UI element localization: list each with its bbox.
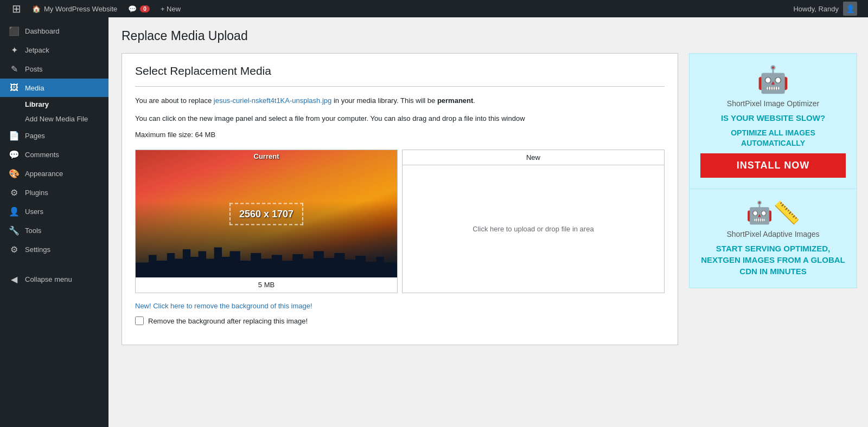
sidebar-label-appearance: Appearance	[25, 170, 63, 178]
ad-shortpixel-optimizer: 🤖 ShortPixel Image Optimizer IS YOUR WEB…	[689, 53, 857, 189]
cityscape-silhouette	[136, 240, 397, 277]
media-icon: 🖼	[9, 83, 20, 93]
sidebar-label-comments: Comments	[25, 151, 59, 159]
comments-button[interactable]: 💬 0	[123, 0, 155, 17]
appearance-icon: 🎨	[9, 169, 20, 179]
plugins-icon: ⚙	[9, 187, 20, 198]
sidebar-item-collapse[interactable]: ◀ Collapse menu	[0, 270, 108, 289]
collapse-icon: ◀	[9, 274, 20, 284]
image-panels: Current 2560 x 1707 5 MB New Click here …	[135, 150, 665, 293]
remove-bg-checkbox-label: Remove the background after replacing th…	[148, 317, 308, 325]
current-image: 2560 x 1707	[136, 150, 397, 277]
admin-bar: ⊞ 🏠 My WordPress Website 💬 0 + New Howdy…	[0, 0, 868, 17]
jetpack-icon: ✦	[9, 45, 20, 55]
comments-menu-icon: 💬	[9, 150, 20, 160]
info-paragraph-2: You can click on the new image panel and…	[135, 113, 665, 125]
new-content-button[interactable]: + New	[155, 0, 186, 17]
sidebar-label-pages: Pages	[25, 132, 45, 140]
comments-icon: 💬	[128, 5, 137, 13]
sidebar-subitem-add-new[interactable]: Add New Media File	[0, 112, 108, 126]
sidebar: ⬛ Dashboard ✦ Jetpack ✎ Posts 🖼 Media Li…	[0, 17, 108, 427]
user-avatar: 👤	[843, 2, 857, 16]
card-title: Select Replacement Media	[135, 64, 665, 87]
settings-icon: ⚙	[9, 244, 20, 255]
robot-icon-1: 🤖	[757, 64, 789, 95]
remove-bg-checkbox[interactable]	[135, 316, 144, 325]
remove-background-link[interactable]: New! Click here to remove the background…	[135, 302, 665, 310]
sidebar-item-dashboard[interactable]: ⬛ Dashboard	[0, 22, 108, 41]
dimension-badge: 2560 x 1707	[229, 203, 303, 225]
sidebar-item-media[interactable]: 🖼 Media	[0, 79, 108, 97]
pages-icon: 📄	[9, 131, 20, 141]
wp-logo-icon: ⊞	[12, 2, 21, 15]
sidebar-item-comments[interactable]: 💬 Comments	[0, 145, 108, 164]
sidebar-label-collapse: Collapse menu	[25, 275, 72, 283]
dashboard-icon: ⬛	[9, 26, 20, 36]
sidebar-item-tools[interactable]: 🔧 Tools	[0, 221, 108, 240]
howdy-text: Howdy, Randy	[793, 5, 839, 13]
site-name-button[interactable]: 🏠 My WordPress Website	[27, 0, 123, 17]
current-image-panel: Current 2560 x 1707 5 MB	[135, 150, 398, 293]
upload-prompt-text: Click here to upload or drop file in are…	[473, 225, 593, 233]
comments-count: 0	[140, 5, 150, 12]
upload-drop-area[interactable]: Click here to upload or drop file in are…	[403, 165, 664, 293]
sidebar-label-plugins: Plugins	[25, 189, 48, 197]
info-paragraph-1: You are about to replace jesus-curiel-ns…	[135, 95, 665, 107]
sidebar-item-plugins[interactable]: ⚙ Plugins	[0, 183, 108, 202]
sidebar-label-media: Media	[25, 84, 44, 92]
tools-icon: 🔧	[9, 225, 20, 236]
ad2-headline: START SERVING OPTIMIZED, NEXTGEN IMAGES …	[700, 243, 846, 277]
sidebar-item-settings[interactable]: ⚙ Settings	[0, 240, 108, 259]
ad1-title: ShortPixel Image Optimizer	[727, 99, 819, 108]
ad1-subheadline: OPTIMIZE ALL IMAGES AUTOMATICALLY	[700, 128, 846, 149]
user-menu[interactable]: Howdy, Randy 👤	[789, 2, 861, 16]
new-image-panel[interactable]: New Click here to upload or drop file in…	[402, 150, 665, 293]
wp-logo-button[interactable]: ⊞	[7, 0, 27, 17]
current-panel-label: Current	[136, 150, 397, 163]
page-title: Replace Media Upload	[122, 28, 857, 44]
ad-shortpixel-adaptive: 🤖📏 ShortPixel Adaptive Images START SERV…	[689, 189, 857, 288]
sidebar-subitem-library[interactable]: Library	[0, 97, 108, 112]
sidebar-label-jetpack: Jetpack	[25, 46, 49, 54]
main-content: Replace Media Upload Select Replacement …	[108, 17, 868, 427]
ad2-title: ShortPixel Adaptive Images	[726, 230, 819, 238]
site-name-label: My WordPress Website	[44, 5, 117, 13]
home-icon: 🏠	[32, 5, 41, 13]
new-label: + New	[161, 5, 181, 13]
robot-icon-2: 🤖📏	[746, 200, 800, 225]
sidebar-item-jetpack[interactable]: ✦ Jetpack	[0, 41, 108, 60]
sidebar-item-posts[interactable]: ✎ Posts	[0, 60, 108, 79]
ad1-headline: IS YOUR WEBSITE SLOW?	[721, 112, 825, 124]
posts-icon: ✎	[9, 64, 20, 74]
sidebar-label-tools: Tools	[25, 227, 41, 235]
max-file-size: Maximum file size: 64 MB	[135, 131, 665, 139]
max-size-value: 64 MB	[195, 131, 216, 139]
sidebar-label-settings: Settings	[25, 245, 50, 254]
install-now-button[interactable]: INSTALL NOW	[700, 153, 846, 178]
sidebar-item-pages[interactable]: 📄 Pages	[0, 126, 108, 145]
sidebar-item-users[interactable]: 👤 Users	[0, 202, 108, 221]
file-link[interactable]: jesus-curiel-nskeft4t1KA-unsplash.jpg	[214, 96, 332, 105]
users-icon: 👤	[9, 206, 20, 217]
sidebar-label-dashboard: Dashboard	[25, 27, 60, 35]
file-size-label: 5 MB	[136, 277, 397, 292]
sidebar-label-users: Users	[25, 208, 43, 216]
remove-bg-checkbox-row: Remove the background after replacing th…	[135, 316, 665, 325]
replace-media-card: Select Replacement Media You are about t…	[122, 53, 678, 346]
new-panel-label: New	[403, 150, 664, 165]
sidebar-item-appearance[interactable]: 🎨 Appearance	[0, 164, 108, 183]
sidebar-label-posts: Posts	[25, 65, 43, 73]
ads-column: 🤖 ShortPixel Image Optimizer IS YOUR WEB…	[689, 53, 857, 346]
